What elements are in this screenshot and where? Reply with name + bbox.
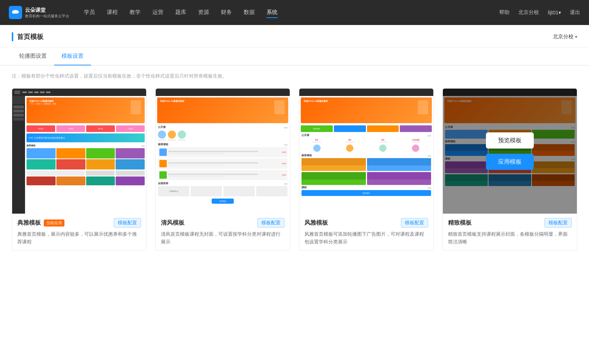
- template-name-3: 风雅模板: [304, 219, 328, 227]
- template-name-1: 典雅模板: [17, 219, 41, 227]
- nav-item-data[interactable]: 数据: [244, 7, 255, 18]
- nav-item-operation[interactable]: 运营: [152, 7, 163, 18]
- template-desc-3: 风雅首页模板可添加轮播图下广告图片，可对课程及课程包设置学科分类展示: [304, 231, 428, 246]
- config-btn-4[interactable]: 模板配置: [544, 218, 572, 228]
- template-card-4: 预览模板 应用模板 托福TPO1-54真题及解析 公开课全部: [442, 88, 577, 251]
- tab-carousel[interactable]: 轮播图设置: [12, 47, 54, 65]
- config-btn-3[interactable]: 模板配置: [401, 218, 428, 228]
- nav-item-exam[interactable]: 题库: [175, 7, 186, 18]
- branch-selector[interactable]: 北京分校 ▾: [553, 33, 577, 40]
- logo-icon: [9, 6, 22, 19]
- mock-screen-2: 托福TPO1-54真题及解析 公开课全部: [156, 89, 290, 214]
- template-preview-4[interactable]: 预览模板 应用模板 托福TPO1-54真题及解析 公开课全部: [443, 89, 577, 214]
- template-desc-4: 精致首页模板支持课程展示封面，各模板分隔明显，界面简洁清晰: [448, 231, 572, 246]
- current-badge-1: 当前应用: [44, 220, 64, 226]
- navbar-right: 帮助 北京分校 lijt01▾ 退出: [499, 9, 580, 16]
- nav-item-students[interactable]: 学员: [84, 7, 95, 18]
- notice-text: 注：模板有部分个性化样式设置，设置后仅当前模板生效；非个性化样式设置后只针对所有…: [12, 73, 577, 79]
- content: 注：模板有部分个性化样式设置，设置后仅当前模板生效；非个性化样式设置后只针对所有…: [0, 65, 589, 258]
- navbar: 云朵课堂 教育机构一站式服务云平台 学员 课程 教学 运营 题库 资源 财务 数…: [0, 0, 589, 25]
- user-dropdown[interactable]: lijt01▾: [548, 10, 561, 15]
- template-info-2: 清风模板 模板配置 清风首页模板课程无封面，可设置按学科分类对课程进行展示: [156, 214, 290, 250]
- template-desc-2: 清风首页模板课程无封面，可设置按学科分类对课程进行展示: [161, 231, 285, 246]
- config-btn-1[interactable]: 模板配置: [114, 218, 141, 228]
- page-header: 首页模板 北京分校 ▾: [0, 25, 589, 47]
- branch-dropdown-arrow: ▾: [575, 34, 577, 39]
- template-name-4: 精致模板: [448, 219, 472, 227]
- svg-point-2: [15, 11, 19, 14]
- template-desc-1: 典雅首页模板，展示内容较多，可以展示优惠券和多个推荐课程: [17, 231, 141, 246]
- page: 首页模板 北京分校 ▾ 轮播图设置 模板设置 注：模板有部分个性化样式设置，设置…: [0, 25, 589, 364]
- nav-item-course[interactable]: 课程: [107, 7, 118, 18]
- template-preview-1[interactable]: 预览模板 应用模板: [12, 89, 146, 214]
- branch-link[interactable]: 北京分校: [518, 9, 539, 16]
- page-title: 首页模板: [12, 32, 43, 41]
- template-card-1: 预览模板 应用模板: [12, 88, 147, 251]
- template-grid: 预览模板 应用模板: [12, 88, 577, 251]
- template-info-3: 风雅模板 模板配置 风雅首页模板可添加轮播图下广告图片，可对课程及课程包设置学科…: [299, 214, 433, 250]
- template-preview-2[interactable]: 预览模板 应用模板 托福TPO1-54真题及解析 公开课全部: [156, 89, 290, 214]
- logo: 云朵课堂 教育机构一站式服务云平台: [9, 6, 69, 19]
- nav-item-finance[interactable]: 财务: [221, 7, 232, 18]
- template-info-4: 精致模板 模板配置 精致首页模板支持课程展示封面，各模板分隔明显，界面简洁清晰: [443, 214, 577, 250]
- nav-item-resource[interactable]: 资源: [198, 7, 209, 18]
- mock-screen-3: 托福TPO1-54真题及解析 优质课包 公开课全部: [299, 89, 433, 214]
- logout-link[interactable]: 退出: [570, 9, 580, 16]
- nav-item-teaching[interactable]: 教学: [130, 7, 141, 18]
- apply-btn-4[interactable]: 应用模板: [486, 154, 534, 170]
- template-info-1: 典雅模板 当前应用 模板配置 典雅首页模板，展示内容较多，可以展示优惠券和多个推…: [12, 214, 146, 250]
- mock-screen-1: 托福TPO1-54真题及解析 广告 · 口语练习 · 成绩提高 · 报名 ¥30…: [12, 89, 146, 214]
- template-name-2: 清风模板: [161, 219, 184, 227]
- preview-btn-4[interactable]: 预览模板: [486, 132, 534, 149]
- tab-template[interactable]: 模板设置: [54, 47, 91, 65]
- template-name-row-1: 典雅模板 当前应用 模板配置: [17, 218, 141, 228]
- template-card-3: 预览模板 应用模板 托福TPO1-54真题及解析 优质课包: [299, 88, 434, 251]
- logo-text: 云朵课堂 教育机构一站式服务云平台: [25, 7, 69, 18]
- tabs: 轮播图设置 模板设置: [0, 47, 589, 65]
- navbar-left: 云朵课堂 教育机构一站式服务云平台 学员 课程 教学 运营 题库 资源 财务 数…: [9, 6, 278, 19]
- template-preview-3[interactable]: 预览模板 应用模板 托福TPO1-54真题及解析 优质课包: [299, 89, 433, 214]
- template-card-2: 预览模板 应用模板 托福TPO1-54真题及解析 公开课全部: [155, 88, 290, 251]
- nav-menu: 学员 课程 教学 运营 题库 资源 财务 数据 系统: [84, 7, 278, 18]
- nav-item-system[interactable]: 系统: [267, 7, 278, 18]
- help-link[interactable]: 帮助: [499, 9, 509, 16]
- template-4-overlay: 预览模板 应用模板: [443, 89, 577, 214]
- config-btn-2[interactable]: 模板配置: [257, 218, 285, 228]
